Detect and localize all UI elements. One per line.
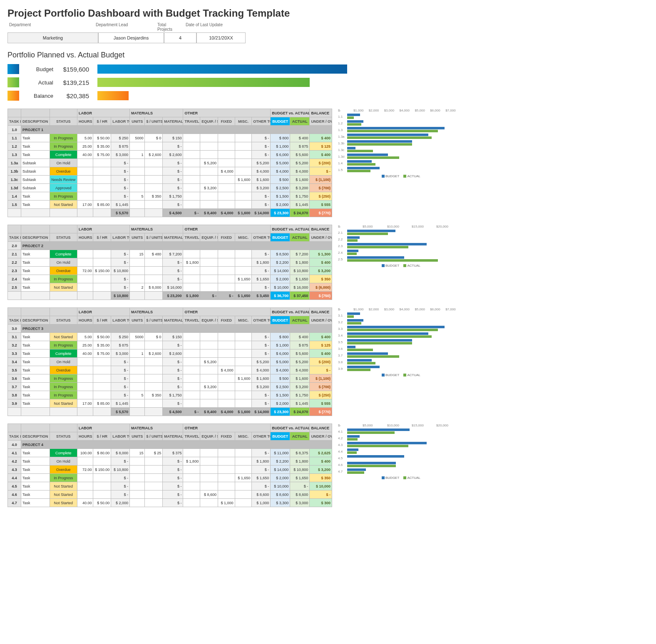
equip <box>200 250 218 258</box>
units <box>130 341 145 349</box>
table-row: 3.7 Task In Progress $ - $ - $ 3,200 $ 3… <box>8 383 332 391</box>
task-desc: Task <box>21 134 50 142</box>
project-section: LABORMATERIALSOTHERBUDGET vs. ACTUALBALA… <box>7 424 649 507</box>
meta-label: Date of Last Update <box>184 22 229 32</box>
chart-row-label: 1.3a <box>338 135 347 139</box>
travel <box>183 142 200 151</box>
fixed <box>218 482 235 490</box>
actual: $ 1,650 <box>290 275 310 283</box>
col-header: $ / UNITS <box>145 117 163 126</box>
units <box>130 176 145 184</box>
tick-label: $15,000 <box>412 424 436 427</box>
labor-total: $ - <box>111 366 130 374</box>
chart-row-label: 4.4 <box>338 450 347 453</box>
chart-row: 4.5 <box>338 455 461 461</box>
budget: $ 8,500 <box>271 250 290 258</box>
tick-label: $6,000 <box>430 307 445 311</box>
chart-row: 1.3 <box>338 127 461 133</box>
task-desc: Task <box>21 449 50 457</box>
misc <box>235 482 252 490</box>
meta-value: 4 <box>164 32 196 43</box>
budget-sum: $ 23,300 <box>271 408 290 416</box>
units: 5000 <box>130 333 145 341</box>
actual: $ 1,445 <box>290 399 310 408</box>
labor-total-sum: $ 10,800 <box>111 292 130 300</box>
page-title: Project Portfolio Dashboard with Budget … <box>7 7 649 19</box>
task-status: Needs Review <box>50 176 77 184</box>
travel <box>183 358 200 366</box>
budget: $ 1,000 <box>271 341 290 349</box>
legend-label: ACTUAL <box>407 476 420 480</box>
col-header: MATERIALS TOTAL <box>163 432 183 441</box>
travel <box>183 349 200 358</box>
labor-total: $ - <box>111 358 130 366</box>
col-header: ACTUAL <box>290 233 310 242</box>
travel <box>183 391 200 399</box>
other-total: $ - <box>252 482 271 490</box>
table-row: 3.3 Task Complete 40.00 $ 75.00 $ 3,000 … <box>8 349 332 358</box>
table-row: 2.1 Task Complete $ - 15 $ 480 $ 7,200 $… <box>8 250 332 258</box>
other-total: $ - <box>252 399 271 408</box>
materials-total: $ - <box>163 167 183 176</box>
task-id: 2.1 <box>8 250 21 258</box>
summary-value: $139,215 <box>56 79 89 86</box>
table-row: 2.2 Task On Hold $ - $ - $ 1,800 $ 1,800… <box>8 258 332 267</box>
task-desc: Task <box>21 201 50 209</box>
units <box>130 474 145 482</box>
units <box>130 159 145 167</box>
misc-sum: $ 1,650 <box>235 292 252 300</box>
chart-row: 1.4 <box>338 160 461 166</box>
task-id: 3.3 <box>8 349 21 358</box>
tick-label: $6,000 <box>430 109 445 112</box>
task-desc: Task <box>21 366 50 374</box>
table-row: 1.1 Task In Progress 5.00 $ 50.00 $ 250 … <box>8 134 332 142</box>
col-header: OTHER TOTAL <box>252 233 271 242</box>
materials-total: $ - <box>163 457 183 466</box>
task-status: On Hold <box>50 159 77 167</box>
rate <box>93 192 111 201</box>
tick-label: $5,000 <box>415 307 430 311</box>
balance: $ 350 <box>310 474 332 482</box>
rate <box>93 275 111 283</box>
tick-label: $- <box>338 109 353 112</box>
budget: $ 2,000 <box>271 474 290 482</box>
chart-row-label: 3.3 <box>338 327 347 331</box>
budget: $ 2,200 <box>271 457 290 466</box>
group-header: BALANCE <box>310 308 332 316</box>
balance: $ 300 <box>310 499 332 507</box>
other-total: $ - <box>252 333 271 341</box>
balance: $ 400 <box>310 258 332 267</box>
budget: $ 5,000 <box>271 159 290 167</box>
fixed <box>218 258 235 267</box>
col-header: LABOR TOTAL <box>111 233 130 242</box>
legend-label: ACTUAL <box>407 373 420 377</box>
rate <box>93 482 111 490</box>
task-id: 3.1 <box>8 333 21 341</box>
units <box>130 383 145 391</box>
chart-row: 4.3 <box>338 442 461 448</box>
materials-total: $ 375 <box>163 449 183 457</box>
misc: $ 1,600 <box>235 374 252 383</box>
chart-row-label: 3.6 <box>338 347 347 351</box>
group-header: BALANCE <box>310 225 332 233</box>
task-id: 4.2 <box>8 457 21 466</box>
chart-row-label: 4.5 <box>338 456 347 460</box>
col-header: HOURS <box>77 432 93 441</box>
swatch-icon <box>7 91 19 101</box>
materials-total: $ - <box>163 159 183 167</box>
task-status: Not Started <box>50 399 77 408</box>
budget: $ 4,000 <box>271 366 290 374</box>
task-id: 2.2 <box>8 258 21 267</box>
task-status: In Progress <box>50 374 77 383</box>
materials-total: $ - <box>163 499 183 507</box>
rate: $ 35.00 <box>93 142 111 151</box>
bar-actual <box>347 335 432 338</box>
col-header: UNDER / OVER <box>310 316 332 324</box>
hours: 72.00 <box>77 267 93 275</box>
col-header: DESCRIPTION <box>21 432 50 441</box>
summary-label: Balance <box>24 93 53 99</box>
fixed <box>218 449 235 457</box>
col-header: ACTUAL <box>290 316 310 324</box>
table-row: 1.3b Subtask Overdue $ - $ - $ 4,000 $ 4… <box>8 167 332 176</box>
rate: $ 50.00 <box>93 134 111 142</box>
